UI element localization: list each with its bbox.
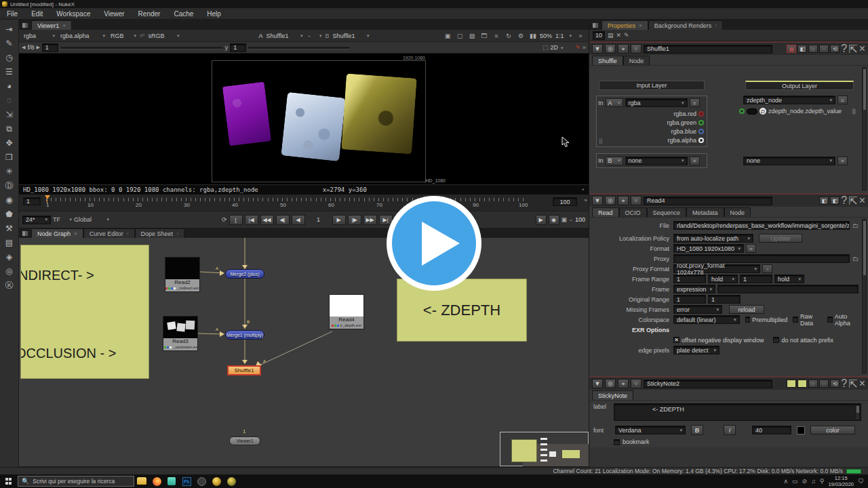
info-collapse-icon[interactable]: ▾	[582, 187, 585, 192]
monitor-out-icon[interactable]: 🗔	[479, 33, 490, 39]
current-frame-box[interactable]: 1	[23, 197, 41, 205]
prev-icon[interactable]: ◀	[22, 45, 25, 50]
step-fwd-button[interactable]: |▶	[348, 215, 361, 225]
goto-start-button[interactable]: |◀	[245, 215, 258, 225]
node-read3[interactable]: Read3 _occlusion.exr	[163, 316, 198, 351]
tab-node-graph[interactable]: Node Graph×	[31, 228, 83, 238]
pane-layout-icon[interactable]	[22, 22, 28, 28]
node-viewer1[interactable]: Viewer1	[229, 436, 260, 445]
gain-field[interactable]: 1	[42, 43, 58, 52]
pane-layout-icon[interactable]	[592, 22, 599, 28]
input-process-toggle[interactable]: IP	[140, 33, 145, 39]
proxy-format-select[interactable]: root.proxy_format 1024x778	[673, 264, 760, 273]
tab-viewer1[interactable]: Viewer1 ×	[31, 20, 72, 30]
views-icon[interactable]: ◉	[2, 193, 17, 207]
roi-icon[interactable]: ⚙	[515, 33, 526, 39]
mask-icon[interactable]: ▣	[442, 33, 453, 39]
blue-channel-icon[interactable]	[698, 129, 704, 134]
equals-button[interactable]: =	[690, 98, 700, 107]
edit-pen-icon[interactable]: ✎	[624, 32, 629, 39]
filter-icon[interactable]: ◌	[2, 94, 17, 108]
italic-button[interactable]: I	[724, 425, 736, 435]
node-merge2[interactable]: Merge2 (plus)	[225, 269, 264, 279]
gain-slider[interactable]	[60, 47, 223, 49]
gradient-button2[interactable]: ◧	[830, 197, 840, 205]
float-panel-icon[interactable]: ⇱	[848, 195, 857, 207]
node-color-button[interactable]: ▦	[787, 45, 796, 53]
a-buffer-select[interactable]: Shuffle1	[264, 31, 305, 40]
revert-button[interactable]: ⟲	[830, 45, 840, 53]
center-node-icon[interactable]: ◎	[605, 196, 616, 205]
annotate-icon[interactable]: ✎	[575, 44, 580, 51]
viewer-image-area[interactable]: 1920,1080 HD_1080	[19, 54, 589, 184]
node-read4[interactable]: Read4 z_depth.exr	[329, 294, 364, 329]
label-textarea[interactable]: <- ZDEPTH	[614, 403, 861, 421]
layer-select[interactable]: rgba	[22, 31, 57, 40]
timeline-expand-icon[interactable]: »	[585, 197, 587, 203]
pen-tray-icon[interactable]: ⚲	[820, 478, 825, 485]
menu-render[interactable]: Render	[132, 8, 167, 19]
device-icon[interactable]: ▭	[792, 478, 798, 485]
node-name-field[interactable]: StickyNote2	[644, 380, 772, 388]
particles-icon[interactable]: ✳	[2, 165, 17, 179]
next-icon[interactable]: ▶	[36, 45, 39, 50]
photoshop-icon[interactable]: Ps	[179, 474, 194, 488]
out-layer-select[interactable]: zdepth_node	[743, 96, 835, 104]
tab-ocio[interactable]: OCIO	[619, 207, 647, 217]
reload-button[interactable]: reload	[729, 305, 764, 314]
threed-icon[interactable]: ❒	[2, 150, 17, 165]
bracket-in-button[interactable]: [	[229, 215, 243, 225]
menu-viewer[interactable]: Viewer	[97, 8, 131, 19]
metadata-icon[interactable]: ⬟	[2, 207, 17, 222]
b-buffer-select[interactable]: Shuffle1	[331, 31, 372, 40]
branch-icon[interactable]: ⑂	[631, 379, 642, 388]
wipe-icon[interactable]: ▨	[467, 33, 477, 39]
raw-data-checkbox[interactable]	[793, 317, 798, 323]
branch-icon[interactable]: ⑂	[631, 196, 642, 205]
glasses-icon[interactable]: ⌖	[618, 379, 629, 388]
update-button[interactable]: Update	[759, 234, 802, 243]
out-b-layer-select[interactable]: none	[743, 157, 835, 165]
image-icon[interactable]: ⇥	[2, 22, 17, 37]
help-icon[interactable]: ?	[841, 43, 847, 55]
grid-handle-icon[interactable]: ⣿	[599, 138, 603, 144]
in-a-layer-select[interactable]: rgba	[625, 98, 688, 107]
file-field[interactable]: rlandi/Desktop/renderpass_base_workflow/…	[673, 221, 850, 230]
in-a-select[interactable]: A	[606, 98, 623, 107]
view-mode-select[interactable]: 2D	[550, 44, 573, 51]
textarea-scrollbar[interactable]	[855, 405, 860, 420]
zoom-level[interactable]: 50%	[540, 33, 552, 39]
prev-keyframe-button[interactable]: ◀◀	[260, 215, 274, 225]
tab-metadata[interactable]: Metadata	[686, 207, 724, 217]
bold-button[interactable]: B	[691, 425, 703, 435]
lock-panels-icon[interactable]: ▤	[608, 32, 614, 39]
display-channel-select[interactable]: RGB	[108, 31, 138, 40]
playhead[interactable]	[45, 195, 50, 201]
scrollbar[interactable]	[862, 219, 867, 373]
auto-alpha-checkbox[interactable]	[827, 317, 833, 323]
glasses-icon[interactable]: ⌖	[618, 196, 629, 205]
node-name-field[interactable]: Shuffle1	[644, 45, 772, 54]
orig-start-field[interactable]: 1	[673, 295, 706, 304]
color-swatch[interactable]	[797, 426, 805, 434]
expand2-icon[interactable]: »	[583, 44, 586, 51]
folder-icon[interactable]: 🗀	[852, 256, 859, 262]
lock-range-icon[interactable]: ▣	[561, 216, 568, 223]
record-icon[interactable]: ◉	[549, 215, 559, 225]
help-icon[interactable]: ?	[841, 195, 847, 207]
frame-ruler[interactable]: 1 1 10 20 30 40 50 60 70 80 90 100 100 »	[19, 195, 589, 211]
offset-negative-checkbox[interactable]: ✕	[673, 337, 679, 343]
scrollbar[interactable]	[862, 67, 867, 190]
grid-handle-icon[interactable]: ⣿	[852, 108, 856, 115]
step-back-button[interactable]: ◀|	[276, 215, 290, 225]
font-select[interactable]: Verdana	[615, 426, 686, 434]
close-icon[interactable]: ×	[62, 22, 66, 28]
furnace-icon[interactable]: ◈	[2, 250, 17, 264]
tab-shuffle[interactable]: Shuffle	[592, 56, 623, 65]
node-graph-canvas[interactable]: NDIRECT- > OCCLUSION - > <- ZDEPTH A B A	[19, 238, 589, 466]
app-dark-icon[interactable]	[194, 474, 209, 488]
flipbook-icon[interactable]: ▶	[536, 215, 547, 225]
localization-select[interactable]: from auto-localize path	[673, 234, 753, 243]
node-read2[interactable]: Read2 _indirect.exr	[165, 257, 200, 292]
fps-select[interactable]: 24*	[22, 216, 51, 224]
